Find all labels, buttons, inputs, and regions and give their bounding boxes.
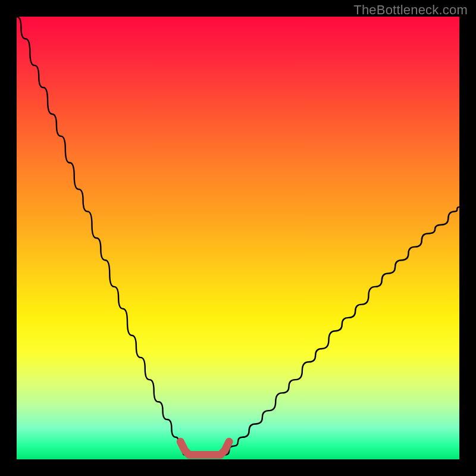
left-curve bbox=[17, 17, 185, 455]
chart-frame: TheBottleneck.com bbox=[0, 0, 476, 476]
curves-svg bbox=[17, 17, 459, 459]
highlight-segment bbox=[180, 441, 229, 455]
right-curve bbox=[225, 207, 459, 455]
watermark-text: TheBottleneck.com bbox=[353, 2, 468, 18]
plot-area bbox=[17, 17, 459, 459]
